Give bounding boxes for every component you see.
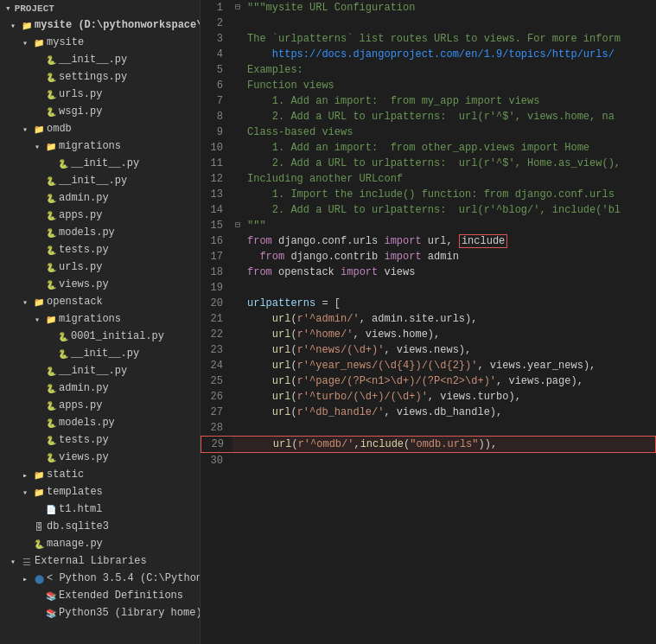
folder-templates[interactable]: 📁 templates <box>0 483 200 501</box>
lib-icon <box>45 607 57 619</box>
py-icon <box>45 54 57 66</box>
file-0001-initial[interactable]: 0001_initial.py <box>0 328 200 345</box>
folder-omdb[interactable]: 📁 omdb <box>0 120 200 137</box>
py-icon <box>45 434 57 446</box>
py-icon <box>45 175 57 187</box>
line-number: 24 <box>201 358 232 373</box>
file-tests-py-omdb[interactable]: tests.py <box>0 241 200 258</box>
migrations-folder-icon: 📁 <box>45 140 57 152</box>
code-line: 22 url(r'^home/', views.home), <box>201 327 656 342</box>
file-label: __init__.py <box>71 156 139 171</box>
file-label: db.sqlite3 <box>47 519 109 534</box>
line-number: 14 <box>201 202 232 218</box>
code-line: 2 <box>201 16 656 31</box>
omdb-arrow <box>19 123 31 135</box>
line-number: 7 <box>201 93 232 109</box>
ext-icon <box>21 555 33 567</box>
line-content: Class-based views <box>244 124 656 140</box>
collapse-icon[interactable] <box>232 218 244 233</box>
line-number: 17 <box>201 249 232 265</box>
templates-arrow <box>19 486 31 498</box>
file-label: __init__.py <box>59 363 127 379</box>
file-label: wsgi.py <box>59 104 102 119</box>
python-icon <box>33 572 45 584</box>
folder-openstack[interactable]: 📁 openstack <box>0 293 200 310</box>
file-t1-html[interactable]: t1.html <box>0 501 200 518</box>
folder-static[interactable]: 📁 static <box>0 466 200 483</box>
external-libraries[interactable]: External Libraries <box>0 552 200 570</box>
templates-folder-icon: 📁 <box>33 486 45 498</box>
file-models-py-omdb[interactable]: models.py <box>0 224 200 241</box>
root-arrow <box>7 19 19 31</box>
code-line: 3 The `urlpatterns` list routes URLs to … <box>201 31 656 47</box>
python35-home[interactable]: Python35 (library home) <box>0 604 200 622</box>
py-icon <box>45 278 57 290</box>
file-label: tests.py <box>59 432 109 448</box>
line-content: url(r'^home/', views.home), <box>244 327 656 342</box>
py-icon <box>45 417 57 429</box>
code-line-29: 29 url(r'^omdb/',include("omdb.urls")), <box>201 436 656 453</box>
py-icon <box>45 399 57 411</box>
file-init-py-omdb[interactable]: __init__.py <box>0 172 200 189</box>
line-number: 26 <box>201 389 232 405</box>
include-highlight: include <box>459 234 507 248</box>
folder-mysite[interactable]: 📁 mysite <box>0 34 200 51</box>
file-models-py-os[interactable]: models.py <box>0 414 200 431</box>
file-label: __init__.py <box>59 52 127 67</box>
line-content: from openstack import views <box>244 265 656 280</box>
file-init-os-migrations[interactable]: __init__.py <box>0 345 200 362</box>
os-migrations-label: migrations <box>59 311 121 327</box>
line-content: url(r'^year_news/(\d{4})/(\d{2})', views… <box>244 358 656 373</box>
file-views-py-omdb[interactable]: views.py <box>0 276 200 293</box>
file-tree[interactable]: ▾ PROJECT 📁 mysite (D:\pythonworkspace\m… <box>0 0 201 644</box>
py-icon <box>57 157 69 169</box>
file-label: urls.py <box>59 259 102 275</box>
folder-openstack-migrations[interactable]: 📁 migrations <box>0 310 200 328</box>
file-manage-py[interactable]: manage.py <box>0 535 200 552</box>
file-label: views.py <box>59 277 109 292</box>
openstack-arrow <box>19 296 31 308</box>
line-number: 2 <box>201 16 232 31</box>
file-views-py-os[interactable]: views.py <box>0 449 200 466</box>
code-line-16: 16 from django.conf.urls import url, inc… <box>201 233 656 249</box>
python-version[interactable]: < Python 3.5.4 (C:\Python35\ <box>0 570 200 587</box>
line-number: 13 <box>201 187 232 202</box>
file-apps-py-os[interactable]: apps.py <box>0 397 200 414</box>
file-settings-py[interactable]: settings.py <box>0 68 200 86</box>
line-content: """mysite URL Configuration <box>244 0 656 16</box>
db-icon <box>33 520 45 532</box>
py-icon <box>57 330 69 342</box>
file-tests-py-os[interactable]: tests.py <box>0 431 200 449</box>
file-urls-py-omdb[interactable]: urls.py <box>0 258 200 276</box>
code-line: 8 2. Add a URL to urlpatterns: url(r'^$'… <box>201 109 656 124</box>
root-item[interactable]: 📁 mysite (D:\pythonworkspace\m <box>0 16 200 34</box>
file-label: __init__.py <box>59 173 127 188</box>
line-number: 3 <box>201 31 232 47</box>
file-wsgi-py[interactable]: wsgi.py <box>0 103 200 120</box>
file-admin-py-omdb[interactable]: admin.py <box>0 189 200 207</box>
line-number: 8 <box>201 109 232 124</box>
file-init-py-mysite[interactable]: __init__.py <box>0 51 200 68</box>
file-db-sqlite3[interactable]: db.sqlite3 <box>0 518 200 535</box>
file-admin-py-os[interactable]: admin.py <box>0 379 200 397</box>
file-init-py-os[interactable]: __init__.py <box>0 362 200 379</box>
line-number: 20 <box>201 296 232 311</box>
line-content: 1. Add an import: from other_app.views i… <box>244 140 656 156</box>
file-label: tests.py <box>59 242 109 258</box>
file-init-migrations-omdb[interactable]: __init__.py <box>0 155 200 172</box>
line-content: Function views <box>244 78 656 93</box>
file-urls-py-mysite[interactable]: urls.py <box>0 86 200 103</box>
py-icon <box>45 71 57 83</box>
project-title: PROJECT <box>15 3 54 14</box>
file-label: t1.html <box>59 501 102 517</box>
line-content: url(r'^omdb/',include("omdb.urls")), <box>245 437 655 452</box>
migrations-arrow <box>31 140 43 152</box>
root-label: mysite (D:\pythonworkspace\m <box>35 17 201 33</box>
collapse-icon[interactable] <box>232 0 244 16</box>
line-content: url(r'^turbo/(\d+)/(\d+)', views.turbo), <box>244 389 656 405</box>
folder-omdb-migrations[interactable]: 📁 migrations <box>0 137 200 155</box>
py-icon <box>45 244 57 256</box>
file-apps-py-omdb[interactable]: apps.py <box>0 207 200 224</box>
extended-defs[interactable]: Extended Definitions <box>0 587 200 604</box>
file-label: 0001_initial.py <box>71 328 164 344</box>
